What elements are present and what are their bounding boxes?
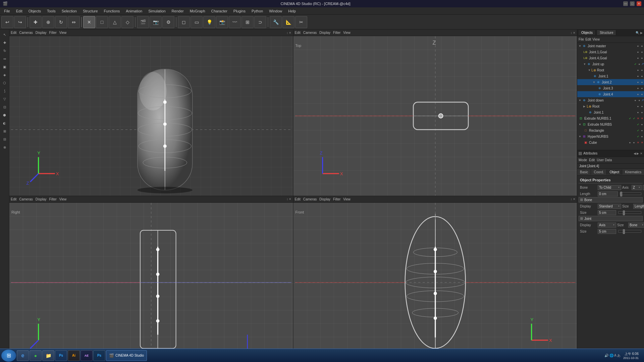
axis-dropdown[interactable]: Z: [632, 185, 642, 190]
sidebar-tool2[interactable]: ◈: [1, 71, 8, 78]
visibility-2[interactable]: ●: [640, 134, 644, 138]
maximize-button[interactable]: □: [630, 1, 635, 6]
tab-basic[interactable]: Basic: [577, 170, 591, 175]
attr-userdata[interactable]: User Data: [597, 158, 612, 162]
start-button[interactable]: ⊞: [1, 350, 16, 362]
tree-arrow[interactable]: ▼: [593, 81, 596, 84]
tree-item-extrude-nurbs[interactable]: ▼ ⊡ Extrude NURBS ✓ ●: [577, 121, 644, 127]
scale-button[interactable]: ⇔: [68, 16, 80, 28]
tree-item-joint4[interactable]: ⊕ Joint.4 ● ●: [577, 91, 644, 97]
knife-button[interactable]: ✂: [295, 16, 307, 28]
sidebar-tool8[interactable]: ◐: [1, 119, 8, 127]
light-button[interactable]: 💡: [203, 16, 215, 28]
tree-arrow[interactable]: ▼: [579, 123, 582, 126]
render-settings-button[interactable]: ⚙: [162, 16, 174, 28]
live-select-button[interactable]: ✚: [30, 16, 42, 28]
joint-up-link[interactable]: ↗: [641, 62, 644, 66]
polygon-mode-button[interactable]: □: [96, 16, 108, 28]
visibility-2[interactable]: ●: [640, 44, 644, 48]
objects-edit-menu[interactable]: Edit: [585, 38, 591, 41]
tree-item-cube[interactable]: ▣ Cube ● ● ✕ ✕: [577, 139, 644, 145]
vp-perspective-filter[interactable]: Filter: [49, 31, 57, 35]
menu-window[interactable]: Window: [266, 8, 285, 14]
tree-arrow[interactable]: ▼: [579, 135, 582, 138]
visibility-1[interactable]: ●: [628, 140, 632, 144]
viewport-right-canvas[interactable]: Right: [9, 203, 293, 362]
visibility-1[interactable]: ✓: [636, 134, 640, 138]
array-button[interactable]: ⊞: [241, 16, 254, 28]
visibility-1[interactable]: ●: [636, 110, 640, 114]
visibility-3[interactable]: ✕: [636, 140, 640, 144]
visibility-2[interactable]: ●: [640, 92, 644, 96]
nurbs-button[interactable]: ⊃: [254, 16, 266, 28]
vp-perspective-view[interactable]: View: [59, 31, 67, 35]
viewport-perspective[interactable]: Edit Cameras Display Filter View ↕ ✕ Per…: [9, 29, 293, 196]
vp-perspective-cameras[interactable]: Cameras: [19, 31, 33, 35]
menu-mograph[interactable]: MoGraph: [187, 8, 208, 14]
sidebar-tool3[interactable]: ⬡: [1, 79, 8, 86]
length-input[interactable]: 0 cm: [598, 191, 618, 196]
visibility-1[interactable]: ●: [633, 98, 637, 102]
visibility-2[interactable]: ●: [640, 56, 644, 60]
taskbar-ae[interactable]: AE: [80, 350, 93, 361]
visibility-2[interactable]: ●: [640, 128, 644, 132]
vp-perspective-display[interactable]: Display: [36, 31, 47, 35]
objects-file-menu[interactable]: File: [579, 38, 584, 41]
render-view-button[interactable]: 📷: [150, 16, 162, 28]
tree-arrow[interactable]: ▼: [579, 99, 582, 102]
vp-front-filter[interactable]: Filter: [333, 197, 340, 201]
visibility-2[interactable]: ✓: [632, 116, 636, 120]
attr-edit[interactable]: Edit: [589, 158, 595, 162]
tree-item-joint2[interactable]: ▼ ⊕ Joint.2 ● ●: [577, 79, 644, 85]
visibility-1[interactable]: ●: [636, 80, 640, 84]
tab-kinematics[interactable]: Kinematics: [622, 170, 644, 175]
visibility-2[interactable]: ●: [637, 62, 641, 66]
visibility-2[interactable]: ●: [640, 122, 644, 126]
menu-structure[interactable]: Structure: [80, 8, 101, 14]
camera-button[interactable]: 📸: [216, 16, 228, 28]
vp-right-view[interactable]: View: [59, 197, 67, 201]
menu-simulation[interactable]: Simulation: [146, 8, 168, 14]
close-button[interactable]: ✕: [637, 1, 641, 6]
vp-front-cameras[interactable]: Cameras: [303, 197, 317, 201]
tree-item-hyper-nurbs[interactable]: ▼ ⊞ HyperNURBS ✓ ●: [577, 133, 644, 139]
tree-item-joint-up[interactable]: ▼ ⊕ Joint up ✓ ● ↗: [577, 61, 644, 67]
magnet-button[interactable]: 🔧: [270, 16, 282, 28]
tree-item-rectangle[interactable]: □ Rectangle ✓ ●: [577, 127, 644, 133]
rotate-button[interactable]: ↻: [55, 16, 67, 28]
visibility-2[interactable]: ●: [640, 104, 644, 108]
sidebar-tool10[interactable]: ⊟: [1, 135, 8, 143]
taskbar-ie[interactable]: e: [17, 350, 29, 361]
tree-item-root2[interactable]: ▶ L⊕ Root ● ●: [577, 103, 644, 109]
taskbar-ai[interactable]: Ai: [68, 350, 80, 361]
visibility-2[interactable]: ●: [640, 110, 644, 114]
sidebar-tool9[interactable]: ⊞: [1, 127, 8, 135]
tree-item-extrude-nurbs1[interactable]: ⊡ Extrude NURBS.1 ✓ ✓ ✕ ✕: [577, 115, 644, 121]
vp-top-view[interactable]: View: [343, 31, 351, 35]
tree-item-joint-down[interactable]: ▼ ⊕ Joint down ● ● ↗: [577, 97, 644, 103]
taskbar-cinema4d[interactable]: 🎬 CINEMA 4D Studio: [106, 350, 147, 361]
redo-button[interactable]: ↪: [14, 16, 26, 28]
attr-nav[interactable]: ◀ ▶ ✕: [634, 152, 643, 155]
menu-selection[interactable]: Selection: [59, 8, 79, 14]
vp-right-filter[interactable]: Filter: [49, 197, 57, 201]
sidebar-move[interactable]: ✚: [1, 39, 8, 46]
bone-section-header[interactable]: Bone: [579, 197, 643, 202]
tree-arrow[interactable]: ▼: [579, 45, 582, 48]
bone-size-slider[interactable]: [618, 211, 641, 214]
sidebar-tool5[interactable]: ▽: [1, 95, 8, 103]
menu-functions[interactable]: Functions: [101, 8, 123, 14]
object-mode-button[interactable]: ✕: [83, 16, 95, 28]
visibility-1[interactable]: ●: [636, 86, 640, 90]
visibility-1[interactable]: ●: [636, 104, 640, 108]
joint-down-link[interactable]: ↗: [641, 99, 644, 102]
sidebar-tool6[interactable]: ⊡: [1, 103, 8, 111]
vp-perspective-edit[interactable]: Edit: [11, 31, 16, 35]
vp-right-display[interactable]: Display: [36, 197, 47, 201]
tab-structure[interactable]: Structure: [597, 30, 616, 35]
viewport-top-canvas[interactable]: Top Z: [293, 36, 577, 196]
vp-front-display[interactable]: Display: [319, 197, 330, 201]
visibility-1[interactable]: ●: [636, 56, 640, 60]
visibility-1[interactable]: ●: [636, 68, 640, 72]
joint-section-header[interactable]: Joint: [579, 216, 643, 221]
